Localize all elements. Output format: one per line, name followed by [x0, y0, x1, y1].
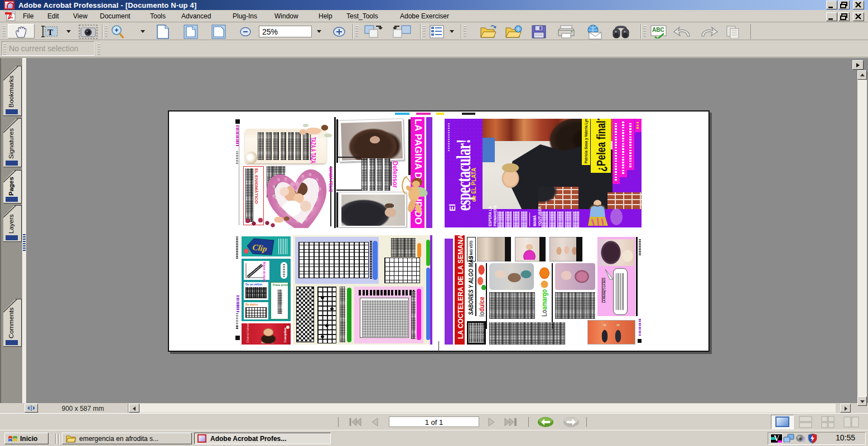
svg-text:ABC: ABC: [652, 27, 664, 33]
svg-text:T: T: [47, 28, 53, 37]
